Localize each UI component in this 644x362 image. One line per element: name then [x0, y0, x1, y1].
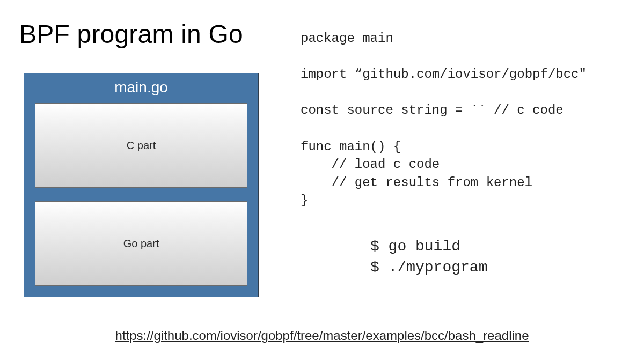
code-line: const source string = `` // c code [301, 103, 564, 117]
diagram-header: main.go [24, 79, 258, 96]
terminal-line: $ go build [370, 238, 460, 255]
code-line: package main [301, 31, 393, 46]
go-code-block: package main import “github.com/iovisor/… [301, 29, 587, 210]
terminal-commands: $ go build $ ./myprogram [370, 236, 487, 278]
slide: BPF program in Go main.go C part Go part… [0, 0, 644, 362]
diagram-panel-go-part: Go part [35, 201, 247, 286]
code-line: } [301, 193, 308, 208]
example-link-anchor[interactable]: https://github.com/iovisor/gobpf/tree/ma… [115, 328, 529, 343]
example-link: https://github.com/iovisor/gobpf/tree/ma… [0, 328, 644, 343]
panel-label: C part [127, 139, 156, 152]
code-line: func main() { [301, 139, 401, 154]
file-diagram: main.go C part Go part [24, 73, 259, 297]
terminal-line: $ ./myprogram [370, 259, 487, 276]
code-line: // get results from kernel [301, 175, 532, 190]
code-line: // load c code [301, 157, 440, 172]
slide-title: BPF program in Go [19, 19, 243, 49]
code-line: import “github.com/iovisor/gobpf/bcc" [301, 67, 587, 82]
diagram-panel-c-part: C part [35, 103, 247, 188]
panel-label: Go part [123, 238, 159, 250]
